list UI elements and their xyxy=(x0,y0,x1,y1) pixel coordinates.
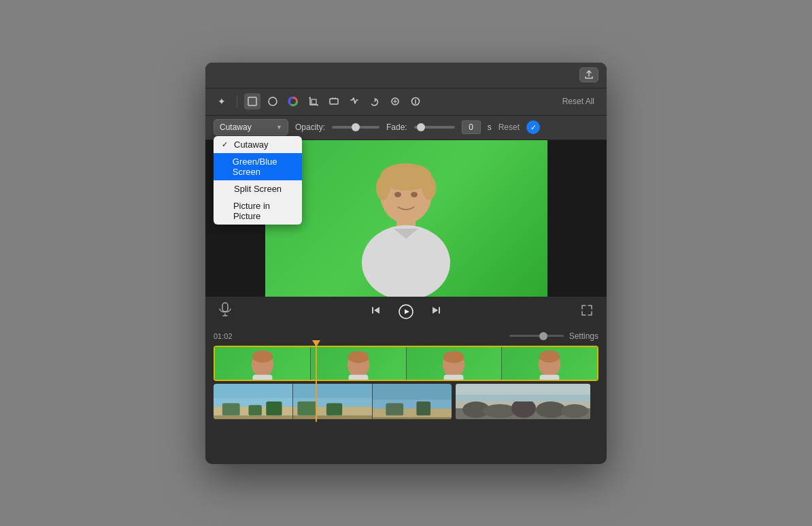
share-button[interactable] xyxy=(579,67,598,82)
gs-frame-1 xyxy=(215,347,310,380)
beach-track[interactable] xyxy=(214,384,452,419)
svg-point-10 xyxy=(422,176,436,200)
svg-rect-18 xyxy=(439,307,440,314)
track-frame-2 xyxy=(311,347,407,380)
svg-rect-47 xyxy=(373,417,452,419)
effect-dropdown[interactable]: Cutaway ▼ xyxy=(214,119,288,135)
svg-point-55 xyxy=(511,399,536,418)
exposure-icon[interactable] xyxy=(265,93,281,110)
secondary-tracks xyxy=(214,384,598,419)
svg-rect-46 xyxy=(373,408,452,417)
fade-slider[interactable] xyxy=(414,126,455,129)
track-frame-4 xyxy=(502,347,597,380)
svg-rect-36 xyxy=(249,405,262,415)
rocks-track[interactable] xyxy=(456,384,590,419)
svg-rect-49 xyxy=(416,401,430,416)
playback-controls xyxy=(205,297,607,327)
color-wheel-icon[interactable] xyxy=(285,93,301,110)
playhead-line xyxy=(316,347,317,422)
svg-rect-24 xyxy=(348,374,368,379)
seconds-label: s xyxy=(488,122,492,132)
svg-rect-45 xyxy=(373,399,452,408)
svg-rect-37 xyxy=(266,401,282,416)
gs-frame-4 xyxy=(502,347,597,380)
beach-frame-2 xyxy=(293,384,373,419)
svg-rect-35 xyxy=(222,403,240,415)
svg-rect-4 xyxy=(330,99,338,104)
controls-row: Cutaway ▼ ✓ Cutaway Green/Blue Screen Sp… xyxy=(205,116,607,140)
audio-icon[interactable] xyxy=(346,93,362,110)
reset-button[interactable]: Reset xyxy=(498,122,520,132)
speed-icon[interactable] xyxy=(367,93,383,110)
opacity-thumb xyxy=(352,123,360,131)
check-icon: ✓ xyxy=(222,140,230,149)
opacity-slider[interactable] xyxy=(332,126,379,129)
svg-rect-30 xyxy=(540,374,560,379)
track-frame-3 xyxy=(407,347,503,380)
fade-thumb xyxy=(417,123,425,131)
svg-rect-41 xyxy=(293,415,372,418)
fade-label: Fade: xyxy=(386,122,407,132)
crop-icon[interactable] xyxy=(244,93,260,110)
skip-forward-button[interactable] xyxy=(430,304,442,319)
green-screen-background xyxy=(265,140,547,297)
svg-point-57 xyxy=(561,404,588,418)
time-display: 01:02 xyxy=(214,332,233,340)
svg-point-56 xyxy=(536,401,566,418)
fullscreen-button[interactable] xyxy=(581,304,593,319)
svg-rect-15 xyxy=(222,303,228,312)
opacity-label: Opacity: xyxy=(295,122,325,132)
seconds-field[interactable]: 0 xyxy=(462,120,481,134)
svg-rect-48 xyxy=(386,403,403,415)
toolbar-divider xyxy=(237,95,237,108)
dropdown-option-label: Split Screen xyxy=(234,184,282,194)
app-window: ✦ xyxy=(205,63,607,464)
info-icon[interactable] xyxy=(407,93,424,110)
noise-reduction-icon[interactable] xyxy=(387,93,403,110)
svg-rect-21 xyxy=(252,374,272,379)
beach-frame-3 xyxy=(373,384,452,419)
timeline-controls: Settings xyxy=(509,331,598,341)
timeline-header: 01:02 Settings xyxy=(205,327,607,346)
main-track[interactable] xyxy=(214,346,598,381)
dropdown-option-splitscreen[interactable]: Split Screen xyxy=(214,180,302,197)
settings-button[interactable]: Settings xyxy=(569,331,598,341)
gs-frame-3 xyxy=(407,347,502,380)
magic-wand-icon[interactable]: ✦ xyxy=(214,93,230,110)
svg-rect-3 xyxy=(311,99,316,104)
person-silhouette xyxy=(345,161,467,297)
video-preview xyxy=(265,140,547,297)
dropdown-option-greenblue[interactable]: Green/Blue Screen xyxy=(214,153,302,180)
dropdown-option-cutaway[interactable]: ✓ Cutaway xyxy=(214,136,302,153)
svg-rect-16 xyxy=(372,307,373,314)
chevron-down-icon: ▼ xyxy=(276,124,282,131)
svg-rect-0 xyxy=(248,97,256,105)
play-button[interactable] xyxy=(396,301,416,322)
gs-frame-2 xyxy=(311,347,406,380)
svg-point-9 xyxy=(376,176,390,200)
confirm-button[interactable]: ✓ xyxy=(526,120,540,134)
dropdown-value: Cutaway xyxy=(220,122,252,132)
svg-point-12 xyxy=(411,192,418,197)
stabilization-icon[interactable] xyxy=(326,93,342,110)
svg-rect-27 xyxy=(444,374,464,379)
svg-rect-42 xyxy=(297,401,316,416)
dropdown-menu: ✓ Cutaway Green/Blue Screen Split Screen… xyxy=(214,136,302,225)
svg-point-29 xyxy=(539,350,560,362)
svg-point-26 xyxy=(443,350,464,363)
microphone-button[interactable] xyxy=(219,302,231,320)
svg-point-20 xyxy=(252,350,273,362)
svg-rect-43 xyxy=(326,403,342,415)
playhead xyxy=(316,340,317,422)
zoom-slider[interactable] xyxy=(509,335,564,337)
dropdown-option-pip[interactable]: Picture in Picture xyxy=(214,197,302,225)
toolbar: ✦ xyxy=(205,88,607,116)
track-frame-1 xyxy=(215,347,311,380)
crop-transform-icon[interactable] xyxy=(305,93,322,110)
svg-rect-59 xyxy=(456,395,590,401)
reset-all-button[interactable]: Reset All xyxy=(558,95,598,108)
title-bar xyxy=(205,63,607,88)
tracks-area xyxy=(205,346,607,419)
zoom-thumb xyxy=(539,332,547,340)
skip-back-button[interactable] xyxy=(370,304,382,319)
